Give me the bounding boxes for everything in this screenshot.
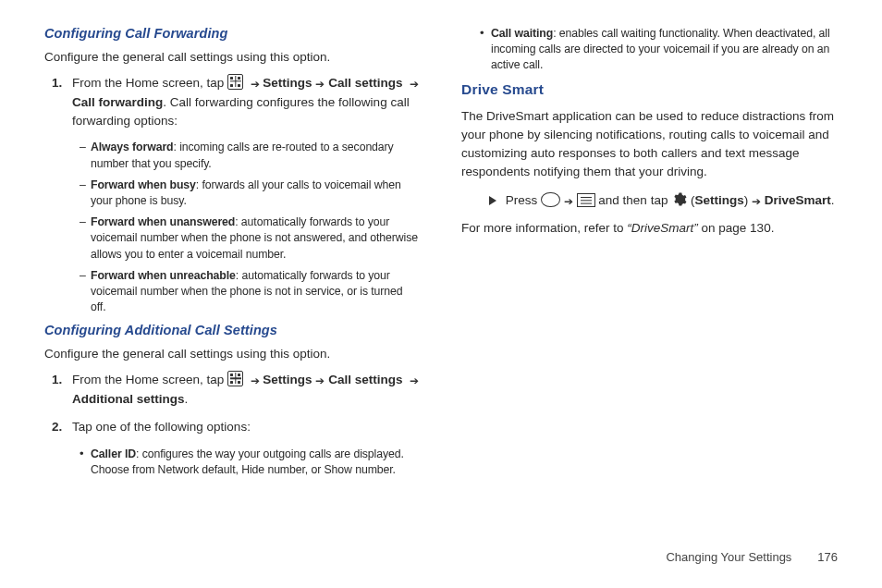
- step-1: 1. From the Home screen, tap Settings Ca…: [72, 74, 421, 131]
- opt-always-forward: – Always forward: incoming calls are re-…: [91, 140, 421, 171]
- opt-body: : configures the way your outgoing calls…: [91, 447, 404, 476]
- triangle-bullet-icon: [489, 196, 496, 205]
- more-quote: “DriveSmart”: [627, 221, 698, 235]
- drive-smart-step: Press and then tap (Settings) DriveSmart…: [461, 191, 838, 212]
- path-call-settings: Call settings: [328, 373, 402, 386]
- arrow-icon: [564, 192, 573, 212]
- more-a: For more information, refer to: [461, 221, 627, 235]
- right-column: • Call waiting: enables call waiting fun…: [461, 26, 838, 484]
- arrow-icon: [410, 75, 419, 93]
- press-label: Press: [506, 193, 541, 207]
- opt-forward-unreachable: – Forward when unreachable: automaticall…: [91, 268, 421, 316]
- step-number: 1.: [52, 74, 62, 92]
- heading-drive-smart: Drive Smart: [461, 81, 838, 98]
- opt-title: Forward when unanswered: [91, 215, 235, 228]
- heading-call-forwarding: Configuring Call Forwarding: [44, 26, 421, 41]
- left-column: Configuring Call Forwarding Configure th…: [44, 26, 421, 484]
- opt-title: Forward when unreachable: [91, 269, 236, 282]
- opt-title: Always forward: [91, 141, 174, 153]
- more-info: For more information, refer to “DriveSma…: [461, 219, 838, 238]
- apps-grid-icon: [227, 74, 243, 90]
- intro-2: Configure the general call settings usin…: [44, 345, 421, 363]
- dash-icon: –: [80, 214, 86, 230]
- path-additional-settings: Additional settings: [72, 392, 185, 406]
- step-text-a: From the Home screen, tap: [72, 76, 227, 90]
- and-then-label: and then tap: [598, 193, 671, 207]
- home-button-icon: [541, 192, 560, 207]
- heading-additional-settings: Configuring Additional Call Settings: [44, 323, 421, 337]
- step-number: 2.: [52, 418, 62, 436]
- path-call-forwarding: Call forwarding: [72, 95, 163, 109]
- path-call-settings: Call settings: [328, 76, 402, 90]
- opt-forward-unanswered: – Forward when unanswered: automatically…: [91, 214, 421, 263]
- intro-1: Configure the general call settings usin…: [44, 48, 421, 67]
- opt-forward-busy: – Forward when busy: forwards all your c…: [91, 178, 421, 209]
- additional-options-cont: • Call waiting: enables call waiting fun…: [461, 26, 838, 74]
- opt-call-waiting: • Call waiting: enables call waiting fun…: [491, 26, 838, 74]
- opt-caller-id: • Caller ID: configures the way your out…: [91, 447, 421, 478]
- dash-icon: –: [80, 178, 86, 193]
- opt-title: Forward when busy: [91, 178, 196, 191]
- arrow-icon: [752, 192, 761, 212]
- gear-icon: [671, 191, 687, 207]
- footer: Changing Your Settings 176: [666, 550, 838, 564]
- bullet-icon: •: [480, 26, 484, 41]
- step-1: 1. From the Home screen, tap Settings Ca…: [72, 371, 421, 410]
- apps-grid-icon: [227, 371, 243, 386]
- step-number: 1.: [52, 371, 62, 389]
- drivesmart-label: DriveSmart: [765, 193, 831, 207]
- step-2: 2. Tap one of the following options:: [72, 418, 421, 436]
- dash-icon: –: [80, 140, 86, 155]
- path-settings: Settings: [263, 76, 312, 90]
- arrow-icon: [410, 372, 419, 390]
- dash-icon: –: [80, 268, 86, 284]
- path-settings: Settings: [263, 373, 312, 386]
- arrow-icon: [251, 75, 260, 93]
- steps-call-forwarding: 1. From the Home screen, tap Settings Ca…: [44, 74, 421, 131]
- chapter-title: Changing Your Settings: [666, 550, 791, 564]
- arrow-icon: [251, 372, 260, 390]
- step-text-a: From the Home screen, tap: [72, 373, 227, 386]
- step-2-text: Tap one of the following options:: [72, 420, 251, 434]
- steps-additional: 1. From the Home screen, tap Settings Ca…: [44, 371, 421, 437]
- drive-smart-para: The DriveSmart application can be used t…: [461, 107, 838, 182]
- opt-title: Call waiting: [491, 27, 553, 40]
- page: Configuring Call Forwarding Configure th…: [0, 0, 882, 484]
- menu-button-icon: [577, 193, 595, 207]
- bullet-icon: •: [80, 447, 83, 461]
- arrow-icon: [315, 75, 325, 93]
- arrow-icon: [315, 372, 325, 390]
- page-number: 176: [812, 550, 838, 564]
- opt-title: Caller ID: [91, 447, 136, 460]
- additional-options: • Caller ID: configures the way your out…: [44, 447, 421, 478]
- forwarding-options: – Always forward: incoming calls are re-…: [44, 140, 421, 315]
- more-b: on page 130.: [698, 221, 775, 235]
- settings-label: Settings: [694, 193, 743, 207]
